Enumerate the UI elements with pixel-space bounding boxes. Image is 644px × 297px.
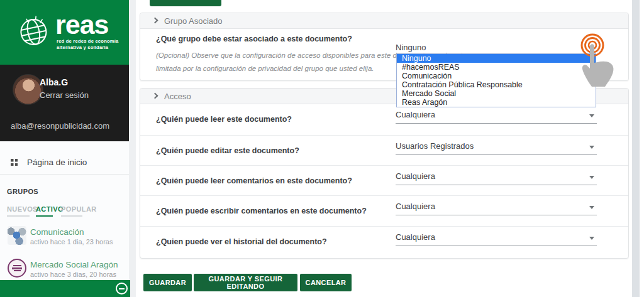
access-row-history: ¿Quien puede ver el historial del docume… — [140, 226, 628, 259]
user-avatar — [13, 74, 43, 105]
access-select-value: Usuarios Registrados — [396, 141, 474, 151]
access-select-read[interactable]: Cualquiera — [396, 108, 597, 124]
dropdown-arrow-icon — [589, 206, 594, 209]
sidebar-logo-panel[interactable]: reas red de redes de economía alternativ… — [0, 0, 129, 65]
tab-nuevos[interactable]: NUEVOS — [7, 205, 38, 213]
group-activity: activo hace 1 dia, 23 horas — [30, 238, 113, 246]
page-gutter — [129, 0, 136, 297]
dropdown-option-reas-aragon[interactable]: Reas Aragón — [397, 98, 596, 107]
dropdown-option-hacemosreas[interactable]: #hacemosREAS — [397, 63, 596, 72]
sidebar-collapse-bar — [0, 280, 130, 297]
access-row-read: ¿Quién puede leer este documento? Cualqu… — [140, 104, 628, 135]
section-header-grupo-asociado[interactable]: Grupo Asociado — [140, 13, 628, 29]
home-grid-icon — [11, 159, 18, 166]
tab-activo[interactable]: ACTIVO — [36, 205, 64, 213]
sidebar-item-home[interactable]: Página de inicio — [0, 152, 129, 174]
access-question: ¿Quién puede leer comentarios en este do… — [156, 176, 352, 185]
cancel-button[interactable]: CANCELAR — [300, 274, 352, 291]
access-row-write-comments: ¿Quién puede escribir comentarios en est… — [140, 195, 628, 226]
access-select-value: Cualquiera — [396, 110, 435, 119]
chevron-right-icon — [152, 93, 158, 99]
group-select-value: Ninguno — [396, 43, 426, 52]
access-question: ¿Quién puede leer este documento? — [156, 115, 292, 124]
group-select[interactable]: Ninguno — [396, 42, 597, 55]
top-cropped-button[interactable] — [150, 0, 221, 6]
group-select-dropdown: Ninguno #hacemosREAS Comunicación Contra… — [396, 53, 596, 107]
dropdown-arrow-icon — [589, 47, 594, 50]
group-question: ¿Qué grupo debe estar asociado a este do… — [156, 35, 352, 43]
brand-wordmark: reas — [55, 11, 108, 38]
access-question: ¿Quien puede ver el historial del docume… — [156, 237, 327, 246]
sidebar: reas red de redes de economía alternativ… — [0, 0, 129, 297]
access-select-history[interactable]: Cualquiera — [396, 230, 597, 246]
group-avatar-mercado-social — [8, 259, 26, 278]
tab-underline-popular — [61, 215, 82, 217]
tab-popular[interactable]: POPULAR — [61, 205, 97, 213]
sidebar-divider — [0, 174, 129, 175]
dropdown-arrow-icon — [589, 237, 594, 240]
user-name: Alba.G — [40, 77, 68, 87]
dropdown-option-comunicacion[interactable]: Comunicación — [397, 72, 596, 80]
vertical-scrollbar[interactable] — [632, 0, 640, 297]
save-and-continue-button[interactable]: GUARDAR Y SEGUIR EDITANDO — [194, 274, 297, 291]
dropdown-arrow-icon — [589, 146, 594, 149]
save-button[interactable]: GUARDAR — [143, 274, 192, 291]
group-name: Mercado Social Aragón — [30, 260, 118, 269]
access-select-write-comments[interactable]: Cualquiera — [396, 200, 597, 215]
group-activity: activo hace 3 dias, 20 horas — [30, 271, 116, 278]
home-label: Página de inicio — [27, 158, 87, 167]
group-name: Comunicación — [30, 227, 84, 237]
access-row-read-comments: ¿Quién puede leer comentarios en este do… — [140, 165, 628, 195]
minus-circle-icon[interactable] — [116, 283, 128, 294]
group-avatar-comunicacion — [8, 226, 26, 245]
section-title: Acceso — [164, 92, 191, 101]
access-select-value: Cualquiera — [396, 202, 435, 211]
section-title: Grupo Asociado — [164, 16, 223, 26]
dropdown-option-ninguno[interactable]: Ninguno — [397, 54, 596, 63]
group-item-comunicacion[interactable]: Comunicación activo hace 1 dia, 23 horas — [0, 226, 129, 254]
access-select-read-comments[interactable]: Cualquiera — [396, 170, 597, 185]
chevron-right-icon — [152, 18, 158, 24]
dropdown-option-mercado-social[interactable]: Mercado Social — [397, 89, 596, 98]
dropdown-arrow-icon — [589, 114, 594, 117]
dropdown-option-contratacion[interactable]: Contratación Pública Responsable — [397, 80, 596, 89]
tab-underline-nuevos — [7, 215, 30, 217]
access-select-edit[interactable]: Usuarios Registrados — [396, 139, 597, 155]
tab-underline-activo — [36, 215, 53, 217]
user-email: alba@resonpublicidad.com — [11, 121, 109, 131]
access-question: ¿Quién puede editar este documento? — [156, 146, 299, 155]
access-select-value: Cualquiera — [396, 171, 435, 181]
access-select-value: Cualquiera — [396, 232, 435, 242]
access-question: ¿Quién puede escribir comentarios en est… — [156, 207, 367, 215]
user-panel: Alba.G Cerrar sesión alba@resonpublicida… — [0, 65, 129, 141]
page: reas red de redes de economía alternativ… — [0, 0, 644, 297]
group-note-line2: limitada por la configuración de privaci… — [156, 65, 374, 72]
groups-heading: GRUPOS — [7, 188, 38, 195]
globe-logo-icon — [16, 14, 50, 48]
dropdown-arrow-icon — [589, 176, 594, 179]
logout-link[interactable]: Cerrar sesión — [40, 90, 89, 100]
access-row-edit: ¿Quién puede editar este documento? Usua… — [140, 135, 628, 165]
brand-tagline: red de redes de economía alternativa y s… — [57, 38, 119, 50]
acceso-card: Acceso ¿Quién puede leer este documento?… — [140, 88, 629, 259]
